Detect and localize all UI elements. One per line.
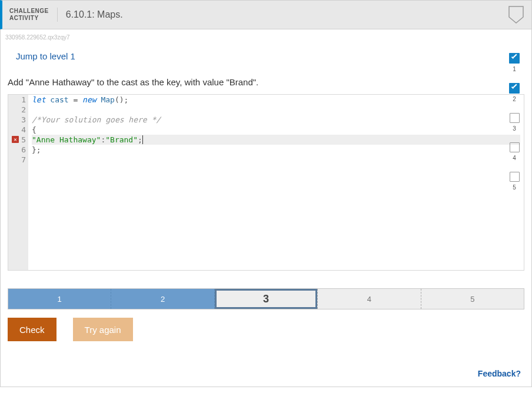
level-segment[interactable]: 4	[318, 289, 421, 309]
level-segment[interactable]: 3	[215, 289, 318, 309]
step-number: 5	[506, 184, 523, 191]
level-segment[interactable]: 2	[111, 289, 214, 309]
try-again-button[interactable]: Try again	[73, 318, 133, 341]
code-editor[interactable]: 12345✕67 let cast = new Map();/*Your sol…	[8, 94, 524, 271]
line-number: 4	[11, 125, 26, 135]
check-icon	[509, 83, 520, 94]
step-progress-sidebar: 12345	[506, 53, 523, 201]
level-progress-bar: 12345	[8, 288, 524, 309]
challenge-activity-label: CHALLENGE ACTIVITY	[9, 8, 58, 22]
code-line[interactable]: };	[32, 145, 520, 155]
step-indicator[interactable]: 3	[506, 113, 523, 132]
line-number: 5✕	[11, 135, 26, 145]
activity-hash: 330958.229652.qx3zqy7	[1, 29, 531, 41]
code-line[interactable]: let cast = new Map();	[32, 95, 520, 105]
empty-step-icon	[510, 142, 520, 152]
code-line[interactable]	[32, 105, 520, 115]
step-number: 1	[506, 66, 523, 72]
line-number: 2	[11, 105, 26, 115]
instruction-text: Add "Anne Hathaway" to the cast as the k…	[1, 62, 531, 94]
empty-step-icon	[510, 113, 520, 123]
challenge-label-line2: ACTIVITY	[9, 15, 49, 22]
line-number: 3	[11, 115, 26, 125]
step-indicator[interactable]: 5	[506, 172, 523, 191]
editor-gutter: 12345✕67	[8, 95, 28, 270]
code-line[interactable]: {	[32, 125, 520, 135]
content-area: 330958.229652.qx3zqy7 Jump to level 1 Ad…	[0, 29, 532, 387]
feedback-link[interactable]: Feedback?	[478, 369, 521, 378]
check-button[interactable]: Check	[8, 318, 56, 341]
step-indicator[interactable]: 2	[506, 83, 523, 102]
code-line[interactable]: "Anne Hathaway":"Brand";	[32, 135, 520, 145]
activity-header: CHALLENGE ACTIVITY 6.10.1: Maps.	[0, 0, 532, 29]
line-number: 6	[11, 145, 26, 155]
step-indicator[interactable]: 4	[506, 142, 523, 161]
level-segment[interactable]: 1	[8, 289, 111, 309]
error-icon: ✕	[12, 136, 19, 143]
action-buttons: Check Try again	[8, 318, 524, 341]
empty-step-icon	[510, 172, 520, 182]
jump-to-level-link[interactable]: Jump to level 1	[1, 41, 75, 61]
step-indicator[interactable]: 1	[506, 53, 523, 72]
challenge-label-line1: CHALLENGE	[9, 8, 49, 15]
activity-title: 6.10.1: Maps.	[58, 9, 508, 20]
editor-code[interactable]: let cast = new Map();/*Your solution goe…	[28, 95, 524, 270]
step-number: 3	[506, 125, 523, 132]
code-line[interactable]	[32, 155, 520, 165]
level-segment[interactable]: 5	[421, 289, 524, 309]
shield-icon	[508, 5, 524, 24]
code-line[interactable]: /*Your solution goes here */	[32, 115, 520, 125]
step-number: 2	[506, 96, 523, 102]
step-number: 4	[506, 155, 523, 161]
line-number: 7	[11, 155, 26, 165]
check-icon	[509, 53, 520, 64]
line-number: 1	[11, 95, 26, 105]
